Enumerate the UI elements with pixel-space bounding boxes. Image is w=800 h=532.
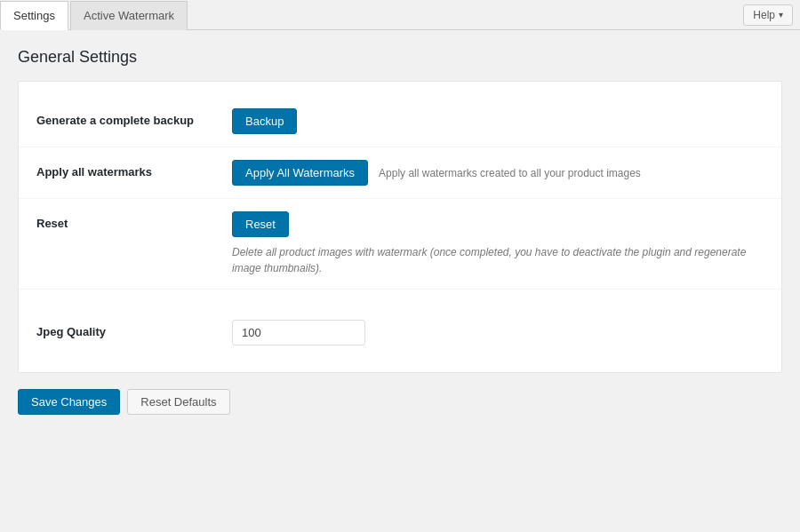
reset-row: Reset Reset Delete all product images wi… [19, 199, 781, 290]
backup-row: Generate a complete backup Backup [19, 96, 781, 147]
reset-content: Reset Delete all product images with wat… [232, 211, 764, 276]
apply-watermarks-content: Apply All Watermarks Apply all watermark… [232, 160, 764, 186]
reset-description: Delete all product images with watermark… [232, 244, 748, 276]
apply-watermarks-description: Apply all watermarks created to all your… [379, 165, 641, 181]
backup-content: Backup [232, 108, 764, 134]
tab-settings[interactable]: Settings [0, 1, 68, 30]
backup-inline: Backup [232, 108, 764, 134]
backup-button[interactable]: Backup [232, 108, 297, 134]
jpeg-quality-input[interactable] [232, 320, 365, 345]
tab-active-watermark[interactable]: Active Watermark [70, 1, 188, 30]
footer-buttons: Save Changes Reset Defaults [18, 389, 782, 415]
spacer-row [19, 290, 781, 307]
apply-all-watermarks-button[interactable]: Apply All Watermarks [232, 160, 368, 186]
section-title: General Settings [18, 48, 782, 67]
help-button[interactable]: Help ▾ [743, 4, 793, 26]
apply-watermarks-row: Apply all watermarks Apply All Watermark… [19, 147, 781, 199]
jpeg-quality-label: Jpeg Quality [36, 320, 232, 338]
chevron-down-icon: ▾ [779, 10, 783, 20]
apply-watermarks-label: Apply all watermarks [36, 160, 232, 179]
save-changes-button[interactable]: Save Changes [18, 389, 120, 415]
reset-label: Reset [36, 211, 232, 230]
backup-label: Generate a complete backup [36, 108, 232, 127]
reset-defaults-button[interactable]: Reset Defaults [127, 389, 229, 415]
reset-inline: Reset [232, 211, 764, 237]
apply-watermarks-inline: Apply All Watermarks Apply all watermark… [232, 160, 764, 186]
settings-panel: Generate a complete backup Backup Apply … [18, 81, 782, 373]
jpeg-quality-row: Jpeg Quality [19, 307, 781, 358]
page-content: General Settings Generate a complete bac… [0, 30, 800, 433]
tab-bar: Settings Active Watermark Help ▾ [0, 0, 800, 30]
jpeg-quality-content [232, 320, 764, 345]
reset-button[interactable]: Reset [232, 211, 289, 237]
